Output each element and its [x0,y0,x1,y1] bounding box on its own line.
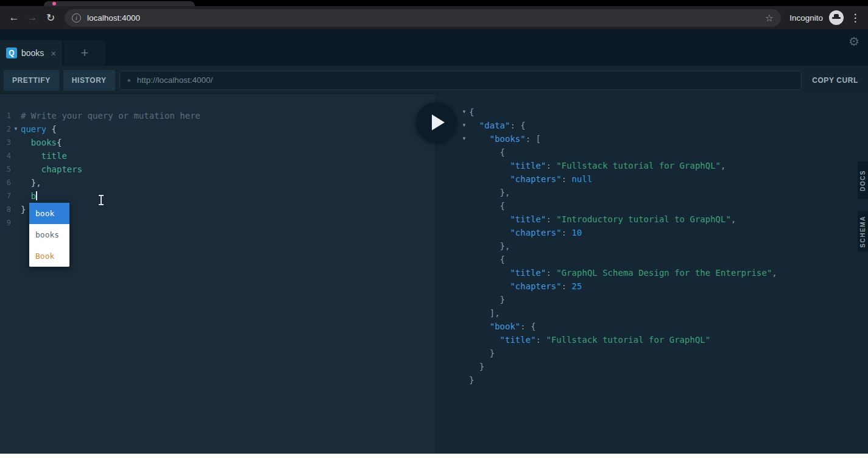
fold-spacer [11,203,21,216]
playground-tab-books[interactable]: Q books × [0,40,62,66]
response-line: "chapters": 25 [435,279,868,293]
response-line: ▼{ [435,105,868,119]
browser-menu-icon[interactable]: ⋮ [847,12,863,24]
response-line: "title": "GraphQL Schema Design for the … [435,266,868,279]
page-info-icon[interactable]: i [72,13,81,23]
fold-spacer [11,136,21,149]
forward-icon[interactable]: → [23,9,41,27]
line-number: 4 [0,149,11,163]
info-letter: i [76,15,77,21]
new-tab-button[interactable]: + [64,40,105,66]
response-line: "chapters": null [435,172,868,186]
playground-main: 1# Write your query or mutation here2▼qu… [0,94,868,454]
tab-favicon-icon [52,2,56,5]
line-number: 5 [0,163,11,176]
fold-spacer [459,226,469,239]
browser-toolbar: ← → ↻ i localhost:4000 ☆ Incognito ⋮ [0,6,868,29]
response-line: }, [435,239,868,253]
query-editor[interactable]: 1# Write your query or mutation here2▼qu… [0,94,435,454]
response-line: ▼ "data": { [435,119,868,132]
fold-spacer [11,149,21,163]
schema-label: SCHEMA [859,216,866,247]
autocomplete-menu: bookbooksBook [29,203,69,267]
editor-line[interactable]: 5 chapters [0,163,435,176]
browser-tab[interactable] [44,1,195,6]
autocomplete-item-book[interactable]: book [29,203,69,224]
line-number: 2 [0,122,11,136]
reload-icon[interactable]: ↻ [41,9,60,27]
fold-spacer [459,320,469,333]
response-line: { [435,146,868,159]
response-line: "title": "Fullstack tutorial for GraphQL… [435,333,868,346]
back-icon[interactable]: ← [5,9,23,27]
autocomplete-item-Book[interactable]: Book [29,245,69,267]
tab-close-icon[interactable]: × [51,48,56,58]
fold-spacer [459,146,469,159]
playground-tabbar: Q books × + ⚙ [0,29,868,66]
fold-spacer [459,239,469,253]
schema-side-tab[interactable]: SCHEMA [858,211,868,251]
response-line: "chapters": 10 [435,226,868,239]
response-viewer: ▼{▼ "data": {▼ "books": [ { "title": "Fu… [435,94,868,454]
fold-spacer [459,159,469,172]
fold-spacer [11,163,21,176]
autocomplete-item-books[interactable]: books [29,224,69,245]
fold-triangle-icon[interactable]: ▼ [459,105,469,119]
settings-gear-icon[interactable]: ⚙ [849,34,859,49]
fold-spacer [11,176,21,189]
line-number: 7 [0,189,11,203]
editor-line[interactable]: 2▼query { [0,122,435,136]
graphql-tab-icon: Q [6,47,17,58]
browser-tabstrip [0,0,868,6]
tab-label: books [21,48,44,58]
editor-line[interactable]: 6 }, [0,176,435,189]
fold-spacer [459,279,469,293]
url-text[interactable]: localhost:4000 [87,13,765,23]
endpoint-input[interactable]: ● http://localhost:4000/ [119,71,802,90]
fold-spacer [11,216,21,230]
fold-spacer [459,253,469,266]
line-number: 9 [0,216,11,230]
editor-line[interactable]: 3 books{ [0,136,435,149]
playground-toolbar: PRETTIFY HISTORY ● http://localhost:4000… [0,66,868,94]
line-number: 1 [0,109,11,122]
bookmark-star-icon[interactable]: ☆ [765,12,774,24]
copy-curl-button[interactable]: COPY CURL [806,76,864,85]
response-line: { [435,253,868,266]
fold-spacer [459,213,469,226]
address-bar[interactable]: i localhost:4000 ☆ [65,9,781,27]
response-line: } [435,373,868,387]
editor-line[interactable]: 7 b [0,189,435,203]
response-line: ▼ "books": [ [435,132,868,146]
text-caret [36,191,37,200]
fold-spacer [459,186,469,199]
fold-spacer [459,346,469,360]
endpoint-url[interactable]: http://localhost:4000/ [137,76,213,85]
fold-triangle-icon[interactable]: ▼ [459,119,469,132]
response-line: { [435,199,868,213]
fold-triangle-icon[interactable]: ▼ [459,132,469,146]
fold-spacer [459,360,469,373]
docs-label: DOCS [859,170,866,191]
fold-spacer [459,333,469,346]
fold-spacer [459,266,469,279]
execute-query-button[interactable] [416,102,456,142]
response-line: "book": { [435,320,868,333]
fold-spacer [11,109,21,122]
fold-spacer [459,293,469,306]
response-line: "title": "Fullstack tutorial for GraphQL… [435,159,868,172]
history-button[interactable]: HISTORY [63,70,115,91]
editor-line[interactable]: 4 title [0,149,435,163]
response-line: "title": "Introductory tutorial to Graph… [435,213,868,226]
fold-spacer [459,172,469,186]
response-line: } [435,293,868,306]
docs-side-tab[interactable]: DOCS [858,161,868,199]
fold-triangle-icon[interactable]: ▼ [11,122,21,136]
fold-spacer [459,373,469,387]
response-line: }, [435,186,868,199]
endpoint-dot-icon: ● [127,77,131,83]
editor-line[interactable]: 1# Write your query or mutation here [0,109,435,122]
prettify-button[interactable]: PRETTIFY [4,70,59,91]
line-number: 3 [0,136,11,149]
incognito-label: Incognito [789,13,823,23]
